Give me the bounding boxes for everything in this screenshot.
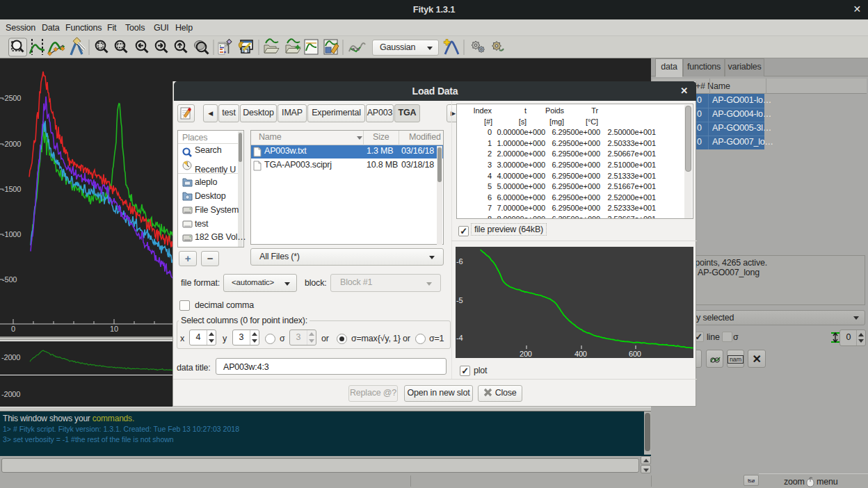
svg-text:400: 400 <box>574 350 587 358</box>
svg-text:200: 200 <box>520 350 532 358</box>
svg-text:-4: -4 <box>456 334 463 342</box>
svg-text:-2000: -2000 <box>2 140 21 148</box>
svg-text:-6: -6 <box>456 257 463 266</box>
svg-text:-1500: -1500 <box>2 185 21 193</box>
svg-text:-1000: -1000 <box>2 230 21 238</box>
svg-text:-2000: -2000 <box>1 353 20 361</box>
svg-text:10: 10 <box>110 325 118 333</box>
svg-text:-2000: -2000 <box>1 390 20 398</box>
svg-text:-2500: -2500 <box>2 94 21 102</box>
svg-text:600: 600 <box>629 350 641 358</box>
svg-text:0: 0 <box>11 325 15 333</box>
svg-text:-500: -500 <box>2 275 17 284</box>
svg-text:-5: -5 <box>456 296 463 304</box>
